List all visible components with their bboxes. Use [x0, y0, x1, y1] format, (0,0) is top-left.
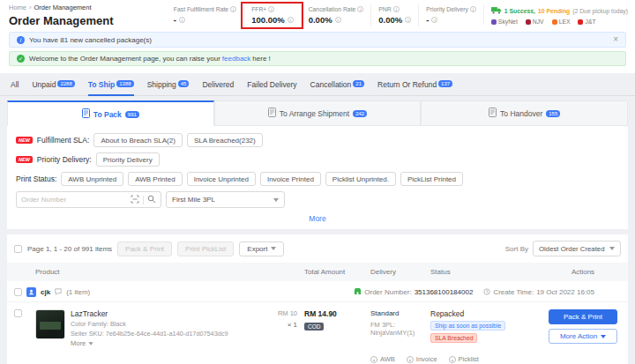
select-value: First Mile 3PL [172, 196, 215, 204]
delivery-first-mile: FM 3PL: NinjaVanMY(1) [370, 321, 430, 337]
select-all-checkbox[interactable] [14, 245, 22, 253]
tab-count-badge: 137 [438, 80, 452, 87]
product-name[interactable]: LazTracker [71, 309, 228, 318]
awb-link[interactable]: AWB [370, 355, 395, 363]
courier-chip-skynet[interactable]: SkyNet [491, 19, 518, 25]
order-number-input[interactable] [21, 196, 127, 204]
courier-summary: 1 Success, 10 Pending (2 Due pickup toda… [483, 4, 628, 25]
sort-order-select[interactable]: Oldest Order Created [533, 241, 621, 256]
new-badge: NEW [16, 156, 33, 163]
filter-chip-about-to-breach-sla[interactable]: About to Breach SLA(2) [93, 133, 183, 147]
info-icon[interactable] [357, 6, 363, 12]
info-icon[interactable] [288, 17, 294, 23]
buyer-name: cjk [41, 288, 50, 296]
tab-shipping[interactable]: Shipping45 [147, 80, 190, 95]
info-icon[interactable] [470, 6, 476, 12]
search-icon[interactable] [147, 195, 156, 205]
item-checkbox[interactable] [14, 309, 22, 317]
info-icon[interactable] [335, 17, 341, 23]
picklist-link[interactable]: Picklist [449, 355, 479, 363]
column-header-status: Status [430, 268, 545, 276]
product-sku: Seller SKU: 7e64b25e-64ce-44d1-a140-d17d… [71, 330, 228, 338]
welcome-banner: Welcome to the Order Management page, yo… [9, 51, 626, 66]
metric-value: - [174, 15, 176, 25]
table-header: Product Total Amount Delivery Status Act… [7, 263, 628, 281]
breadcrumb-home[interactable]: Home [9, 4, 26, 11]
actions-cell: Pack & Print More Action [545, 309, 621, 344]
feedback-link[interactable]: feedback [222, 55, 250, 63]
chevron-down-icon [609, 247, 615, 250]
subtab-to-arrange-shipment[interactable]: To Arrange Shipment 242 [214, 100, 422, 126]
fulfillment-sla-filter-row: NEW Fulfillment SLA: About to Breach SLA… [16, 133, 619, 147]
invoice-icon [407, 356, 414, 363]
courier-logo-icon [578, 19, 583, 25]
metric-ffr-plus: FFR+ 100.00% [243, 4, 301, 26]
more-action-button[interactable]: More Action [549, 329, 617, 344]
tab-return-or-refund[interactable]: Return Or Refund137 [377, 80, 452, 95]
info-icon[interactable] [268, 6, 274, 12]
tab-unpaid[interactable]: Unpaid2288 [32, 80, 74, 95]
breadcrumb-current: Order Management [34, 4, 92, 11]
order-number-value: 351368100184002 [415, 288, 474, 296]
info-icon[interactable] [179, 17, 185, 23]
filter-chip-picklist-unprinted[interactable]: Picklist Unprinted. [325, 172, 396, 186]
filter-label: Priority Delivery: [37, 155, 92, 164]
tab-to-ship[interactable]: To Ship1388 [88, 80, 134, 96]
product-variant: Color Family: Black [71, 320, 228, 328]
pack-and-print-bulk-button[interactable]: Pack & Print [117, 241, 172, 256]
chat-icon[interactable] [55, 288, 62, 297]
info-icon[interactable] [431, 17, 437, 23]
create-time-label: Create Time: [493, 288, 534, 296]
order-number-search-box [16, 191, 161, 208]
courier-list: SkyNet NJV LEX J&T [491, 19, 628, 25]
search-row: First Mile 3PL [16, 191, 619, 208]
chevron-down-icon [601, 335, 606, 338]
print-picklist-button[interactable]: Print PickList [177, 241, 234, 256]
info-icon[interactable] [230, 6, 236, 12]
filter-chip-sla-breached[interactable]: SLA Breached(232) [187, 133, 263, 147]
tab-delivered[interactable]: Delivered [202, 80, 234, 95]
check-icon [17, 55, 25, 63]
export-button[interactable]: Export [239, 241, 284, 256]
order-items-count: (1 item) [66, 288, 90, 296]
filter-panel: NEW Fulfillment SLA: About to Breach SLA… [7, 126, 628, 229]
close-icon[interactable] [613, 35, 618, 44]
metric-label: PNR [378, 6, 391, 12]
chevron-down-icon [271, 247, 276, 250]
payment-method-badge: COD [304, 323, 324, 331]
list-toolbar: Page 1, 1 - 20 of 991 items Pack & Print… [7, 234, 628, 263]
metric-fast-fulfillment-rate: Fast Fulfillment Rate - [167, 4, 243, 26]
filter-chip-invoice-unprinted[interactable]: Invoice Unprinted [187, 172, 256, 186]
filter-chip-awb-unprinted[interactable]: AWB Unprinted [61, 172, 123, 186]
divider [143, 196, 144, 204]
pack-and-print-button[interactable]: Pack & Print [549, 309, 617, 324]
subtab-to-pack[interactable]: To Pack 991 [7, 100, 214, 126]
document-icon [489, 108, 497, 119]
courier-chip-njv[interactable]: NJV [526, 19, 544, 25]
info-icon[interactable] [393, 6, 400, 12]
scan-icon[interactable] [131, 195, 139, 205]
courier-chip-jnt[interactable]: J&T [578, 19, 595, 25]
filter-chip-picklist-printed[interactable]: PickList Printed [400, 172, 463, 186]
first-mile-3pl-select[interactable]: First Mile 3PL [166, 191, 285, 208]
banner-text: You have 81 new cancelled package(s) [29, 36, 152, 44]
more-filters-link[interactable]: More [16, 213, 619, 225]
tab-failed-delivery[interactable]: Failed Delivery [247, 80, 296, 95]
order-item-row: LazTracker Color Family: Black Seller SK… [7, 302, 628, 364]
filter-chip-awb-printed[interactable]: AWB Printed [128, 172, 183, 186]
invoice-link[interactable]: Invoice [407, 355, 437, 363]
courier-chip-lex[interactable]: LEX [552, 19, 571, 25]
tab-cancellation[interactable]: Cancellation21 [310, 80, 364, 95]
info-icon[interactable] [405, 17, 411, 23]
order-checkbox[interactable] [14, 288, 22, 296]
filter-chip-invoice-printed[interactable]: Invoice Printed [260, 172, 321, 186]
filter-label: Print Status: [16, 175, 56, 183]
filter-chip-priority-delivery[interactable]: Priority Delivery [96, 152, 160, 167]
order-status-tabs: All Unpaid2288 To Ship1388 Shipping45 De… [0, 73, 635, 96]
subtab-count-badge: 991 [125, 111, 139, 118]
product-more-toggle[interactable]: More [71, 339, 228, 347]
create-time-group: Create Time: 19 Oct 2022 16:05 [483, 288, 594, 297]
subtab-to-handover[interactable]: To Handover 155 [421, 100, 628, 126]
tab-count-badge: 1388 [116, 80, 133, 87]
tab-all[interactable]: All [11, 80, 19, 95]
